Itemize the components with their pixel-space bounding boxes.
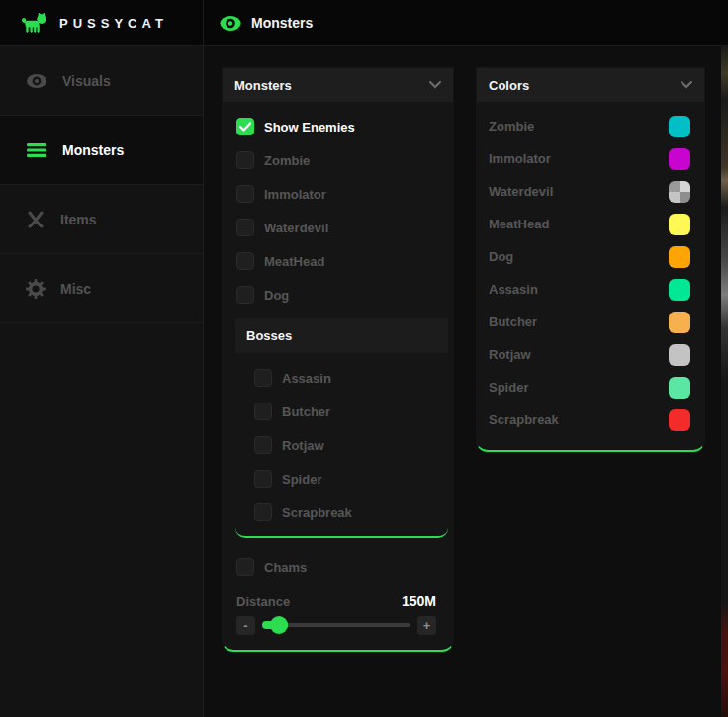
page-header: Monsters xyxy=(204,0,313,45)
checkbox-checked[interactable] xyxy=(236,118,254,135)
chevron-down-icon xyxy=(681,81,692,89)
enemy-label: Immolator xyxy=(264,187,326,202)
color-swatch[interactable] xyxy=(669,148,690,170)
brand-name: PUSSYCAT xyxy=(59,16,168,31)
boss-checkbox-row[interactable]: Butcher xyxy=(235,395,448,428)
color-row[interactable]: Immolator xyxy=(477,142,704,175)
color-row[interactable]: Scrapbreak xyxy=(477,403,704,436)
color-row[interactable]: Assasin xyxy=(477,273,704,306)
checkbox-unchecked[interactable] xyxy=(236,558,254,576)
boss-label: Scrapbreak xyxy=(282,505,352,520)
sidebar-item-label: Misc xyxy=(60,281,91,297)
monsters-panel: Monsters Show Enemies Zombie xyxy=(222,67,454,652)
distance-increment-button[interactable]: + xyxy=(417,616,436,635)
brand: PUSSYCAT xyxy=(0,0,204,45)
color-row-label: Dog xyxy=(489,249,513,264)
checkbox-unchecked[interactable] xyxy=(254,470,272,488)
distance-decrement-button[interactable]: - xyxy=(236,616,255,635)
monsters-panel-title: Monsters xyxy=(234,78,292,93)
chams-checkbox-row[interactable]: Chams xyxy=(223,550,453,583)
boss-checkbox-row[interactable]: Scrapbreak xyxy=(235,495,448,529)
color-swatch[interactable] xyxy=(669,214,690,235)
bosses-group: Bosses Assasin Butcher xyxy=(235,318,448,538)
bosses-list: Assasin Butcher Rotjaw Spider xyxy=(235,353,448,529)
sidebar-item-items[interactable]: Items xyxy=(0,185,203,254)
enemy-checkbox-row[interactable]: Dog xyxy=(223,278,453,312)
checkbox-unchecked[interactable] xyxy=(236,151,254,169)
chams-label: Chams xyxy=(264,560,307,575)
color-row-label: Butcher xyxy=(489,314,537,329)
page-title: Monsters xyxy=(251,15,313,31)
eye-icon xyxy=(26,73,47,89)
checkbox-unchecked[interactable] xyxy=(254,503,272,521)
color-row-label: Zombie xyxy=(489,119,534,134)
boss-checkbox-row[interactable]: Spider xyxy=(235,462,448,495)
colors-panel: Colors Zombie Immolator Waterdevil xyxy=(476,67,705,452)
color-row[interactable]: Butcher xyxy=(477,306,704,338)
boss-label: Assasin xyxy=(282,371,331,386)
slider-thumb[interactable] xyxy=(270,616,288,634)
enemy-label: Dog xyxy=(264,288,289,303)
enemy-checkbox-row[interactable]: Waterdevil xyxy=(223,211,453,244)
sidebar-item-label: Monsters xyxy=(62,142,124,158)
enemy-label: MeatHead xyxy=(264,254,324,269)
sidebar-item-label: Visuals xyxy=(62,73,111,89)
monsters-panel-header[interactable]: Monsters xyxy=(223,68,453,102)
enemy-label: Zombie xyxy=(264,153,310,168)
color-swatch[interactable] xyxy=(669,409,690,431)
color-row[interactable]: Dog xyxy=(477,240,704,273)
distance-slider[interactable] xyxy=(262,615,410,635)
color-row-label: Scrapbreak xyxy=(489,412,559,427)
sidebar-item-visuals[interactable]: Visuals xyxy=(0,46,203,116)
color-row-label: Assasin xyxy=(489,282,538,297)
boss-label: Butcher xyxy=(282,404,330,419)
color-swatch[interactable] xyxy=(669,116,690,137)
sidebar-item-label: Items xyxy=(60,212,97,227)
colors-list: Zombie Immolator Waterdevil MeatHead Dog xyxy=(477,102,704,450)
color-row[interactable]: Waterdevil xyxy=(477,175,704,208)
boss-checkbox-row[interactable]: Assasin xyxy=(235,361,448,395)
color-swatch[interactable] xyxy=(669,377,690,399)
eye-icon xyxy=(220,15,241,32)
bosses-section-header: Bosses xyxy=(235,318,448,353)
enemy-checkbox-row[interactable]: Immolator xyxy=(223,177,453,211)
checkbox-unchecked[interactable] xyxy=(254,403,272,420)
menu-icon xyxy=(26,142,47,158)
checkbox-unchecked[interactable] xyxy=(236,219,254,236)
color-row-label: Immolator xyxy=(489,151,551,166)
color-swatch[interactable] xyxy=(669,344,690,366)
checkbox-unchecked[interactable] xyxy=(236,286,254,304)
color-row[interactable]: Spider xyxy=(477,371,704,403)
color-row[interactable]: Zombie xyxy=(477,110,704,142)
enemy-checkbox-row[interactable]: MeatHead xyxy=(223,244,453,278)
top-bar: PUSSYCAT Monsters xyxy=(0,0,728,46)
boss-checkbox-row[interactable]: Rotjaw xyxy=(235,428,448,462)
enemies-list: Zombie Immolator Waterdevil MeatHead xyxy=(223,143,453,312)
colors-panel-header[interactable]: Colors xyxy=(477,68,704,102)
checkbox-unchecked[interactable] xyxy=(236,185,254,203)
cat-logo-icon xyxy=(20,12,49,34)
checkbox-unchecked[interactable] xyxy=(236,252,254,270)
swords-icon xyxy=(26,211,46,228)
checkbox-unchecked[interactable] xyxy=(254,369,272,387)
sidebar-item-monsters[interactable]: Monsters xyxy=(0,116,203,185)
color-row[interactable]: MeatHead xyxy=(477,208,704,240)
boss-label: Spider xyxy=(282,472,321,487)
enemy-label: Waterdevil xyxy=(264,221,328,235)
distance-label: Distance xyxy=(236,594,290,609)
color-row-label: MeatHead xyxy=(489,217,549,231)
sidebar-item-misc[interactable]: Misc xyxy=(0,254,203,323)
enemy-checkbox-row[interactable]: Zombie xyxy=(223,143,453,177)
color-swatch[interactable] xyxy=(669,279,690,301)
boss-label: Rotjaw xyxy=(282,438,324,453)
color-swatch[interactable] xyxy=(669,246,690,268)
sidebar: Visuals Monsters Items xyxy=(0,46,204,717)
color-row-label: Spider xyxy=(489,380,528,395)
color-swatch[interactable] xyxy=(669,312,690,333)
screen-edge-artifact xyxy=(721,46,728,717)
color-row[interactable]: Rotjaw xyxy=(477,338,704,371)
chevron-down-icon xyxy=(429,81,441,89)
show-enemies-checkbox-row[interactable]: Show Enemies xyxy=(223,110,453,143)
color-swatch[interactable] xyxy=(669,181,690,203)
checkbox-unchecked[interactable] xyxy=(254,436,272,454)
